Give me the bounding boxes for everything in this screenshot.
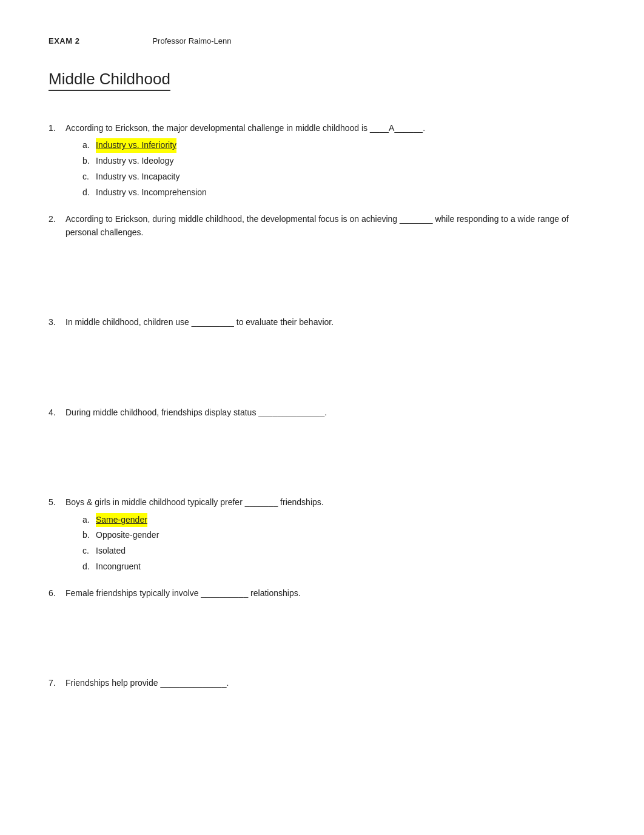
question-1-option-d: d. Industry vs. Incomprehension bbox=[82, 186, 595, 200]
questions-list: 1. According to Erickson, the major deve… bbox=[49, 121, 595, 690]
q5-option-b-text: Opposite-gender bbox=[96, 528, 159, 543]
question-1-option-a: a. Industry vs. Inferiority bbox=[82, 138, 595, 153]
question-2-text: According to Erickson, during middle chi… bbox=[65, 212, 595, 240]
question-1-options: a. Industry vs. Inferiority b. Industry … bbox=[49, 138, 595, 200]
option-b-letter: b. bbox=[82, 154, 96, 169]
q5-option-a-text: Same-gender bbox=[96, 513, 147, 528]
option-d-text: Industry vs. Incomprehension bbox=[96, 186, 207, 200]
question-4-number: 4. bbox=[49, 406, 65, 419]
question-7: 7. Friendships help provide ____________… bbox=[49, 676, 595, 689]
question-6-text: Female friendships typically involve ___… bbox=[65, 586, 301, 600]
question-4: 4. During middle childhood, friendships … bbox=[49, 406, 595, 483]
question-7-number: 7. bbox=[49, 676, 65, 689]
question-1-option-b: b. Industry vs. Ideology bbox=[82, 154, 595, 169]
option-a-letter: a. bbox=[82, 138, 96, 153]
question-6-number: 6. bbox=[49, 586, 65, 600]
question-3-number: 3. bbox=[49, 315, 65, 329]
section-title: Middle Childhood bbox=[49, 70, 170, 91]
option-a-text: Industry vs. Inferiority bbox=[96, 138, 176, 153]
q5-option-c-text: Isolated bbox=[96, 544, 126, 558]
question-3: 3. In middle childhood, children use ___… bbox=[49, 315, 595, 393]
option-c-letter: c. bbox=[82, 170, 96, 184]
q5-option-d-letter: d. bbox=[82, 560, 96, 574]
option-c-text: Industry vs. Incapacity bbox=[96, 170, 180, 184]
question-3-text: In middle childhood, children use ______… bbox=[65, 315, 334, 329]
question-2-number: 2. bbox=[49, 212, 65, 226]
question-5: 5. Boys & girls in middle childhood typi… bbox=[49, 495, 595, 574]
question-6: 6. Female friendships typically involve … bbox=[49, 586, 595, 664]
question-1-text: According to Erickson, the major develop… bbox=[65, 121, 425, 135]
question-5-option-c: c. Isolated bbox=[82, 544, 595, 558]
question-5-option-b: b. Opposite-gender bbox=[82, 528, 595, 543]
q5-option-b-letter: b. bbox=[82, 528, 96, 543]
option-d-letter: d. bbox=[82, 186, 96, 200]
question-2: 2. According to Erickson, during middle … bbox=[49, 212, 595, 304]
q5-option-a-letter: a. bbox=[82, 513, 96, 528]
q5-option-c-letter: c. bbox=[82, 544, 96, 558]
question-5-text: Boys & girls in middle childhood typical… bbox=[65, 495, 324, 509]
question-5-number: 5. bbox=[49, 495, 65, 509]
question-7-text: Friendships help provide ______________. bbox=[65, 676, 229, 689]
header: EXAM 2 Professor Raimo-Lenn bbox=[49, 36, 595, 45]
professor-label: Professor Raimo-Lenn bbox=[152, 36, 231, 45]
question-5-option-d: d. Incongruent bbox=[82, 560, 595, 574]
q5-option-d-text: Incongruent bbox=[96, 560, 141, 574]
exam-label: EXAM 2 bbox=[49, 36, 79, 45]
option-b-text: Industry vs. Ideology bbox=[96, 154, 173, 169]
question-1-option-c: c. Industry vs. Incapacity bbox=[82, 170, 595, 184]
question-1-number: 1. bbox=[49, 121, 65, 135]
question-4-text: During middle childhood, friendships dis… bbox=[65, 406, 327, 419]
question-5-option-a: a. Same-gender bbox=[82, 513, 595, 528]
question-5-options: a. Same-gender b. Opposite-gender c. Iso… bbox=[49, 513, 595, 574]
question-1: 1. According to Erickson, the major deve… bbox=[49, 121, 595, 200]
